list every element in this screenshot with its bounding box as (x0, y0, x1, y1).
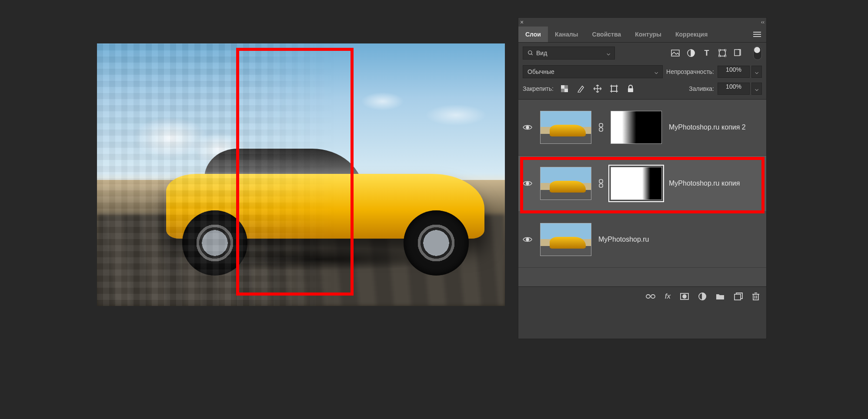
svg-rect-14 (561, 85, 564, 89)
layer-thumbnail[interactable] (540, 167, 591, 200)
tab-layers[interactable]: Слои (518, 27, 548, 42)
close-icon[interactable]: × (520, 19, 524, 26)
filter-pixel-icon[interactable] (670, 48, 681, 58)
new-layer-icon[interactable] (734, 293, 743, 300)
chevron-down-icon: ⌵ (654, 68, 658, 75)
svg-point-30 (526, 238, 529, 241)
svg-rect-23 (628, 88, 633, 92)
svg-rect-25 (599, 123, 603, 127)
blend-mode-value: Обычные (527, 68, 554, 75)
tab-channels[interactable]: Каналы (548, 27, 585, 42)
fill-label: Заливка: (689, 85, 714, 92)
new-adjustment-icon[interactable] (698, 293, 706, 300)
lock-pixels-icon[interactable] (575, 83, 587, 94)
svg-rect-28 (599, 180, 603, 183)
layers-bottom-bar: fx (518, 286, 766, 306)
lock-all-icon[interactable] (625, 83, 636, 94)
canvas-image[interactable] (97, 43, 505, 306)
layer-kind-filter[interactable]: Вид ⌵ (523, 47, 615, 60)
svg-point-34 (683, 295, 686, 298)
svg-rect-37 (753, 294, 758, 300)
layer-name[interactable]: MyPhotoshop.ru копия 2 (669, 123, 746, 131)
lock-position-icon[interactable] (592, 83, 603, 94)
svg-rect-29 (599, 184, 603, 187)
layer-row[interactable]: MyPhotoshop.ru (518, 212, 766, 268)
filter-adjustment-icon[interactable] (685, 48, 697, 58)
visibility-toggle[interactable] (523, 180, 533, 187)
svg-line-4 (531, 54, 533, 55)
link-layers-icon[interactable] (646, 293, 655, 299)
svg-point-27 (526, 182, 529, 185)
opacity-input[interactable]: 100% (718, 66, 750, 78)
opacity-label: Непрозрачность: (666, 68, 714, 75)
layer-row[interactable]: MyPhotoshop.ru копия 2 (518, 100, 766, 156)
lock-label: Закрепить: (523, 85, 554, 92)
panel-tabs: Слои Каналы Свойства Контуры Коррекция (518, 27, 766, 43)
layer-thumbnail[interactable] (540, 111, 591, 144)
tab-paths[interactable]: Контуры (628, 27, 668, 42)
filter-toggle[interactable] (753, 46, 762, 60)
layer-mask-thumbnail[interactable] (611, 167, 662, 200)
svg-rect-26 (599, 128, 603, 131)
svg-point-24 (526, 126, 529, 129)
fill-input[interactable]: 100% (718, 83, 750, 95)
chevron-down-icon: ⌵ (607, 50, 610, 57)
layer-name[interactable]: MyPhotoshop.ru копия (669, 180, 740, 187)
svg-rect-8 (718, 49, 720, 51)
layer-mask-thumbnail[interactable] (611, 111, 662, 144)
lock-artboard-icon[interactable] (608, 83, 620, 94)
filter-smartobj-icon[interactable] (732, 48, 744, 58)
svg-rect-36 (734, 294, 741, 300)
filter-shape-icon[interactable] (717, 48, 728, 58)
svg-rect-18 (611, 86, 617, 91)
visibility-toggle[interactable] (523, 124, 533, 131)
svg-rect-10 (718, 55, 720, 57)
svg-rect-12 (734, 50, 740, 56)
filter-type-icon[interactable]: T (701, 48, 712, 58)
fx-icon[interactable]: fx (665, 292, 671, 301)
svg-rect-32 (651, 295, 655, 298)
layer-thumbnail[interactable] (540, 223, 591, 256)
collapse-icon[interactable]: ‹‹ (761, 19, 765, 25)
tab-adjustments[interactable]: Коррекция (668, 27, 714, 42)
layers-panel: × ‹‹ Слои Каналы Свойства Контуры Коррек… (518, 17, 767, 339)
mask-link-icon[interactable] (598, 123, 604, 132)
lock-transparency-icon[interactable] (559, 83, 570, 94)
layer-name[interactable]: MyPhotoshop.ru (598, 236, 649, 243)
svg-rect-31 (646, 295, 650, 298)
visibility-toggle[interactable] (523, 236, 533, 243)
fill-dropdown[interactable]: ⌵ (751, 83, 762, 95)
add-mask-icon[interactable] (680, 293, 689, 300)
svg-rect-11 (724, 55, 726, 57)
opacity-dropdown[interactable]: ⌵ (751, 66, 762, 78)
svg-rect-9 (724, 49, 726, 51)
svg-rect-15 (564, 89, 568, 92)
new-group-icon[interactable] (716, 293, 724, 300)
layer-row[interactable]: MyPhotoshop.ru копия (518, 156, 766, 212)
tab-properties[interactable]: Свойства (585, 27, 628, 42)
mask-link-icon[interactable] (598, 179, 604, 188)
layers-list: MyPhotoshop.ru копия 2 MyPhotoshop.ru ко… (518, 99, 766, 286)
layer-kind-label: Вид (536, 50, 547, 57)
search-icon (527, 50, 534, 56)
blend-mode-select[interactable]: Обычные ⌵ (523, 65, 663, 78)
delete-layer-icon[interactable] (752, 293, 759, 300)
svg-point-3 (528, 51, 532, 54)
panel-menu-icon[interactable] (751, 30, 763, 39)
